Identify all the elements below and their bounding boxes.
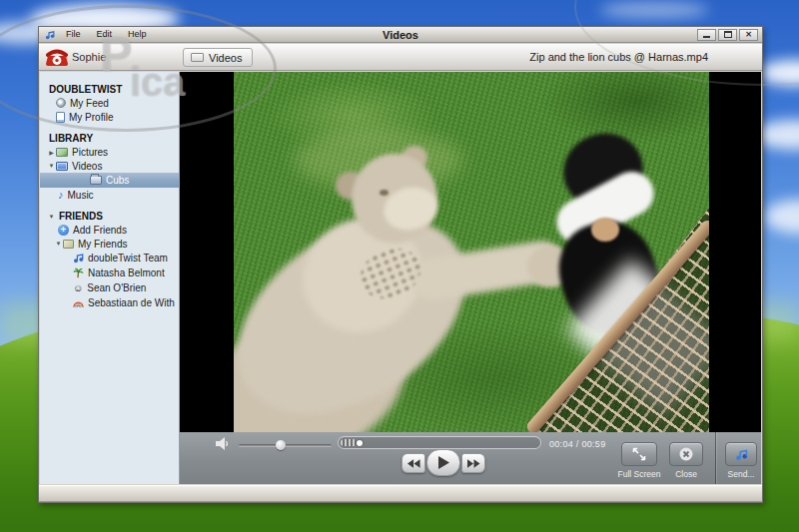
rewind-button[interactable] (401, 453, 425, 473)
app-window: File Edit Help Videos ✕ Sophie Videos Zi… (38, 26, 763, 503)
sidebar-item-pictures[interactable]: ▶ Pictures (40, 145, 179, 159)
chevron-down-icon[interactable]: ▼ (54, 241, 63, 247)
add-friends-icon (58, 225, 69, 236)
send-button[interactable] (725, 442, 757, 466)
menu-file[interactable]: File (58, 27, 89, 42)
friend-name: Sebastiaan de With (88, 297, 175, 308)
sidebar-item-label: Add Friends (73, 225, 127, 236)
fast-forward-button[interactable] (461, 453, 485, 473)
friend-name: doubleTwist Team (88, 253, 168, 264)
sidebar-item-label: My Profile (69, 112, 113, 123)
chevron-down-icon[interactable]: ▼ (47, 163, 56, 169)
fence-knot (591, 218, 619, 242)
sidebar-item-cubs-selected[interactable]: Cubs (40, 173, 179, 188)
rainbow-icon (73, 298, 84, 307)
sidebar-item-my-feed[interactable]: My Feed (40, 96, 179, 110)
seek-bar[interactable] (338, 436, 541, 449)
doubletwist-app-icon (45, 30, 55, 40)
pictures-icon (56, 148, 68, 157)
videos-tab-label: Videos (209, 52, 242, 64)
videos-icon (56, 162, 68, 171)
menu-help[interactable]: Help (120, 27, 155, 42)
sidebar-item-label: My Feed (70, 98, 109, 109)
toolbar: Sophie Videos Zip and the lion cubs @ Ha… (39, 44, 762, 71)
my-friends-icon (63, 240, 74, 249)
videos-tab[interactable]: Videos (183, 48, 253, 67)
titlebar: File Edit Help Videos ✕ (39, 27, 762, 43)
fullscreen-arrows-icon (632, 447, 646, 461)
sidebar-header-friends[interactable]: ▼ FRIENDS (40, 211, 179, 223)
minimize-button[interactable] (697, 29, 716, 41)
chevron-down-icon[interactable]: ▼ (47, 211, 56, 223)
sidebar-item-sebastiaan-de-with[interactable]: Sebastiaan de With (40, 295, 179, 310)
video-frame[interactable] (234, 72, 709, 432)
close-video-button[interactable] (669, 442, 703, 466)
sidebar-item-music[interactable]: ♪ Music (40, 188, 179, 202)
close-icon: ✕ (745, 31, 752, 39)
sidebar-item-doubletwist-team[interactable]: doubleTwist Team (40, 251, 179, 266)
friend-name: Sean O'Brien (87, 282, 146, 293)
playback-controls: 00:04 / 00:59 (180, 432, 761, 484)
volume-slider[interactable] (239, 444, 332, 447)
now-playing-filename: Zip and the lion cubs @ Harnas.mp4 (529, 51, 708, 63)
sidebar-header-doubletwist: DOUBLETWIST (40, 84, 179, 96)
sidebar-item-label: Pictures (72, 147, 108, 158)
send-doubletwist-icon (735, 448, 748, 461)
speaker-icon (216, 437, 230, 450)
cloud (599, 2, 709, 18)
chevron-right-icon[interactable]: ▶ (47, 149, 56, 156)
cloud (759, 60, 799, 86)
seek-played (341, 439, 357, 446)
sidebar-item-label: Music (68, 190, 94, 201)
sidebar-item-my-profile[interactable]: My Profile (40, 110, 179, 124)
video-player-area: 00:04 / 00:59 (180, 72, 761, 484)
close-label: Close (661, 469, 711, 479)
close-window-button[interactable]: ✕ (739, 29, 758, 41)
full-screen-button[interactable] (621, 442, 657, 466)
sidebar: DOUBLETWIST My Feed My Profile LIBRARY ▶… (40, 72, 180, 484)
window-controls: ✕ (697, 29, 762, 41)
smiley-icon (73, 283, 83, 293)
cloud (764, 200, 799, 234)
friend-name: Natasha Belmont (88, 267, 165, 278)
play-icon (438, 456, 449, 469)
rewind-icon (407, 459, 420, 468)
doubletwist-note-icon (73, 253, 84, 264)
phone-icon (45, 47, 69, 68)
screen-icon (191, 53, 204, 62)
volume-knob[interactable] (276, 440, 286, 450)
seek-playhead[interactable] (357, 440, 363, 446)
send-label: Send... (717, 469, 761, 479)
sidebar-item-label: Videos (72, 161, 102, 172)
sidebar-header-library: LIBRARY (40, 133, 179, 145)
window-content: DOUBLETWIST My Feed My Profile LIBRARY ▶… (40, 72, 761, 484)
sidebar-item-videos[interactable]: ▼ Videos (40, 159, 179, 173)
minimize-icon (703, 36, 710, 38)
fast-forward-icon (467, 459, 480, 468)
close-circle-icon (678, 446, 694, 462)
sidebar-item-sean-obrien[interactable]: Sean O'Brien (40, 280, 179, 295)
sidebar-item-add-friends[interactable]: Add Friends (40, 223, 179, 237)
play-button[interactable] (426, 449, 460, 476)
maximize-icon (724, 31, 732, 38)
sidebar-item-my-friends[interactable]: ▼ My Friends (40, 237, 179, 251)
sidebar-item-label: My Friends (78, 239, 127, 250)
music-note-icon: ♪ (58, 190, 64, 200)
controls-divider (715, 432, 716, 484)
sidebar-item-natasha-belmont[interactable]: Natasha Belmont (40, 266, 179, 280)
profile-icon (56, 112, 65, 123)
menu-edit[interactable]: Edit (89, 27, 121, 42)
account-name[interactable]: Sophie (72, 51, 106, 63)
sidebar-header-label: FRIENDS (59, 211, 103, 223)
time-display: 00:04 / 00:59 (549, 439, 605, 449)
feed-icon (56, 98, 66, 108)
maximize-button[interactable] (718, 29, 737, 41)
status-bar (39, 485, 762, 502)
palm-tree-icon (73, 267, 84, 278)
folder-icon (90, 176, 102, 185)
lion-cub-eye (380, 190, 389, 196)
sidebar-item-label: Cubs (106, 175, 129, 186)
